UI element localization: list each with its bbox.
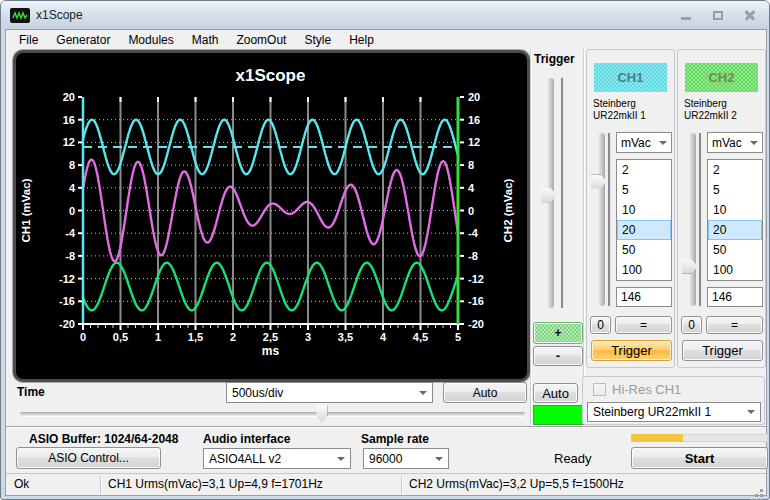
ch2-device-line2: UR22mkII 2 [684,110,737,121]
x-tick-label: 1,5 [188,331,203,343]
y-tick-label: -16 [59,295,75,307]
time-label: Time [17,385,45,399]
oscilloscope-display: -20-20-16-16-12-12-8-8-4-400448812121616… [13,50,530,382]
trigger-auto-button[interactable]: Auto [533,383,578,403]
ch2-device-line1: Steinberg [684,98,727,109]
x-tick-label: 0,5 [113,331,128,343]
x-tick-label: 2,5 [263,331,278,343]
menu-zoomout[interactable]: ZoomOut [227,31,295,49]
range-option-5[interactable]: 5 [708,180,762,200]
y-tick-label: 8 [468,159,474,171]
range-option-100[interactable]: 100 [617,260,671,280]
separator [100,476,101,494]
time-slider-thumb[interactable] [316,405,327,423]
y-tick-label: -12 [468,273,484,285]
start-button[interactable]: Start [631,447,768,469]
ch1-level-slider-groove [608,133,610,306]
ch2-range-listbox[interactable]: 25102050100 [707,159,763,281]
range-option-5[interactable]: 5 [617,180,671,200]
ch1-zero-button[interactable]: 0 [590,316,611,334]
y-tick-label: 0 [468,205,474,217]
channel-panel-ch1: CH1 Steinberg UR22mkII 1 mVac 2510205010… [586,49,675,368]
trigger-device-select[interactable]: Steinberg UR22mkII 1 [587,402,761,422]
y-tick-label: -8 [65,250,75,262]
device-group: Hi-Res CH1 Steinberg UR22mkII 1 [582,376,765,425]
menu-bar: FileGeneratorModulesMathZoomOutStyleHelp [6,30,766,50]
chevron-down-icon [659,141,667,145]
divider [6,426,766,428]
ch1-level-slider-track[interactable] [598,133,605,306]
x-tick-label: 3 [305,331,311,343]
audio-interface-select[interactable]: ASIO4ALL v2 [203,448,351,469]
ch2-value-input[interactable] [707,287,763,307]
menu-modules[interactable]: Modules [119,31,182,49]
time-auto-button[interactable]: Auto [443,382,527,403]
range-option-20[interactable]: 20 [617,220,671,240]
trigger-section-label: Trigger [534,52,575,66]
x-tick-label: 4,5 [413,331,428,343]
range-option-50[interactable]: 50 [708,240,762,260]
ch2-equals-button[interactable]: = [706,316,763,334]
time-base-select[interactable]: 500us/div [226,382,433,403]
ch1-value-input[interactable] [616,287,672,307]
chevron-down-icon [750,141,758,145]
hires-checkbox[interactable] [593,383,606,396]
chevron-down-icon [435,457,443,461]
range-option-100[interactable]: 100 [708,260,762,280]
y-tick-label: -12 [59,273,75,285]
resize-grip-icon[interactable] [760,489,763,492]
left-axis-title: CH1 (mVac) [20,178,32,242]
sample-rate-value: 96000 [369,452,402,466]
x-tick-label: 3,5 [338,331,353,343]
range-option-20[interactable]: 20 [708,220,762,240]
menu-generator[interactable]: Generator [47,31,119,49]
ch1-device-line1: Steinberg [593,98,636,109]
x-tick-label: 2 [230,331,236,343]
menu-help[interactable]: Help [340,31,383,49]
ch2-unit-value: mVac [712,136,742,150]
range-option-10[interactable]: 10 [617,200,671,220]
scope-title: x1Scope [236,66,306,85]
title-bar: x1Scope [1,1,769,29]
asio-control-button[interactable]: ASIO Control... [16,447,161,469]
y-tick-label: 20 [63,91,75,103]
ch1-unit-select[interactable]: mVac [616,132,672,153]
trigger-device-value: Steinberg UR22mkII 1 [593,405,711,419]
ch1-range-listbox[interactable]: 25102050100 [616,159,672,281]
menu-math[interactable]: Math [183,31,228,49]
time-slider-track[interactable] [20,412,525,416]
x-axis-label: ms [262,344,280,358]
range-option-50[interactable]: 50 [617,240,671,260]
ch1-equals-button[interactable]: = [615,316,672,334]
menu-file[interactable]: File [10,31,47,49]
menu-style[interactable]: Style [295,31,340,49]
ch2-level-slider-track[interactable] [689,133,696,306]
y-tick-label: 0 [69,205,75,217]
y-tick-label: 12 [468,136,480,148]
hires-checkbox-label: Hi-Res CH1 [612,382,681,397]
ch2-unit-select[interactable]: mVac [707,132,763,153]
status-bar: Ok CH1 Urms(mVac)=3,1 Up=4,9 f=1701Hz CH… [6,473,766,495]
close-icon[interactable] [739,8,761,23]
chevron-down-icon [747,410,755,414]
separator [530,49,531,425]
range-option-2[interactable]: 2 [617,160,671,180]
sample-rate-select[interactable]: 96000 [363,448,449,469]
ch2-trigger-button[interactable]: Trigger [682,340,763,361]
minimize-icon[interactable] [675,8,697,23]
ch1-unit-value: mVac [621,136,651,150]
y-tick-label: -16 [468,295,484,307]
ch1-trigger-button[interactable]: Trigger [591,340,672,361]
range-option-2[interactable]: 2 [708,160,762,180]
y-tick-label: 8 [69,159,75,171]
status-ok: Ok [14,474,29,496]
trigger-slider-thumb[interactable] [541,188,557,202]
time-base-value: 500us/div [232,386,283,400]
y-tick-label: -4 [65,227,76,239]
maximize-icon[interactable] [707,8,729,23]
ch2-zero-button[interactable]: 0 [681,316,702,334]
trigger-plus-button[interactable]: + [533,322,583,344]
range-option-10[interactable]: 10 [708,200,762,220]
chevron-down-icon [337,457,345,461]
trigger-minus-button[interactable]: - [533,346,583,366]
